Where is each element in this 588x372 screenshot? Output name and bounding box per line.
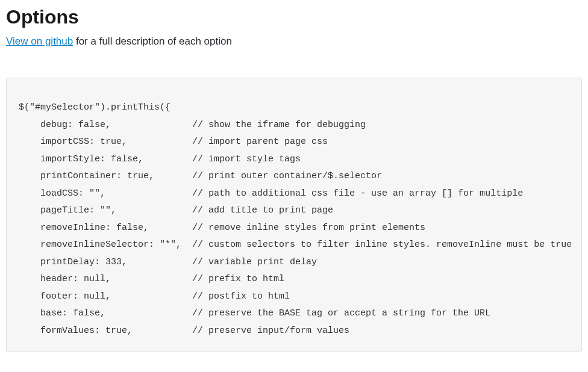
subtitle-text: for a full description of each option xyxy=(73,36,232,47)
github-link[interactable]: View on github xyxy=(6,36,73,47)
code-block: $("#mySelector").printThis({ debug: fals… xyxy=(6,78,582,352)
section-subtitle: View on github for a full description of… xyxy=(6,36,582,48)
section-heading: Options xyxy=(6,6,582,28)
